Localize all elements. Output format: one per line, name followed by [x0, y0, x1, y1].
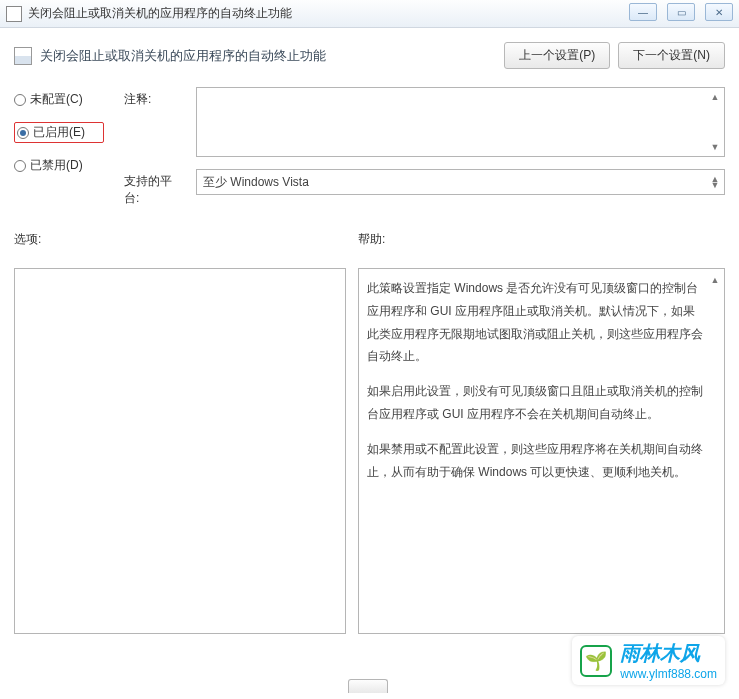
app-icon — [6, 6, 22, 22]
comment-label: 注释: — [124, 87, 184, 108]
watermark-url: www.ylmf888.com — [620, 667, 717, 681]
help-text: 此策略设置指定 Windows 是否允许没有可见顶级窗口的控制台应用程序和 GU… — [367, 277, 716, 483]
radio-enabled[interactable]: 已启用(E) — [14, 122, 104, 143]
help-label: 帮助: — [358, 231, 725, 248]
scroll-up-icon[interactable]: ▲ — [708, 273, 722, 287]
minimize-button[interactable]: — — [629, 3, 657, 21]
platform-label: 支持的平台: — [124, 169, 184, 207]
help-paragraph: 如果禁用或不配置此设置，则这些应用程序将在关机期间自动终止，从而有助于确保 Wi… — [367, 438, 704, 484]
scroll-up-icon[interactable]: ▲ — [708, 90, 722, 104]
radio-label: 已启用(E) — [33, 124, 85, 141]
maximize-button[interactable]: ▭ — [667, 3, 695, 21]
radio-icon — [14, 94, 26, 106]
previous-setting-button[interactable]: 上一个设置(P) — [504, 42, 610, 69]
close-button[interactable]: ✕ — [705, 3, 733, 21]
leaf-icon: 🌱 — [580, 645, 612, 677]
policy-icon — [14, 47, 32, 65]
supported-platform-box: 至少 Windows Vista ▲ ▼ — [196, 169, 725, 195]
window-controls: — ▭ ✕ — [629, 3, 733, 21]
state-radio-group: 未配置(C) 已启用(E) 已禁用(D) — [14, 87, 104, 174]
radio-label: 已禁用(D) — [30, 157, 83, 174]
watermark: 🌱 雨林木风 www.ylmf888.com — [572, 636, 725, 685]
scroll-down-icon[interactable]: ▼ — [708, 140, 722, 154]
scroll-down-icon[interactable]: ▼ — [708, 178, 722, 192]
radio-icon — [14, 160, 26, 172]
radio-disabled[interactable]: 已禁用(D) — [14, 157, 104, 174]
options-panel — [14, 268, 346, 634]
platform-value: 至少 Windows Vista — [203, 175, 309, 189]
window-titlebar: 关闭会阻止或取消关机的应用程序的自动终止功能 — ▭ ✕ — [0, 0, 739, 28]
window-title: 关闭会阻止或取消关机的应用程序的自动终止功能 — [28, 5, 292, 22]
comment-textarea[interactable]: ▲ ▼ — [196, 87, 725, 157]
help-panel: 此策略设置指定 Windows 是否允许没有可见顶级窗口的控制台应用程序和 GU… — [358, 268, 725, 634]
page-title: 关闭会阻止或取消关机的应用程序的自动终止功能 — [40, 47, 326, 65]
radio-icon — [17, 127, 29, 139]
options-label: 选项: — [14, 231, 346, 248]
help-paragraph: 此策略设置指定 Windows 是否允许没有可见顶级窗口的控制台应用程序和 GU… — [367, 277, 704, 368]
dialog-button-fragment[interactable] — [348, 679, 388, 693]
radio-not-configured[interactable]: 未配置(C) — [14, 91, 104, 108]
watermark-brand: 雨林木风 — [620, 640, 717, 667]
next-setting-button[interactable]: 下一个设置(N) — [618, 42, 725, 69]
help-paragraph: 如果启用此设置，则没有可见顶级窗口且阻止或取消关机的控制台应用程序或 GUI 应… — [367, 380, 704, 426]
radio-label: 未配置(C) — [30, 91, 83, 108]
